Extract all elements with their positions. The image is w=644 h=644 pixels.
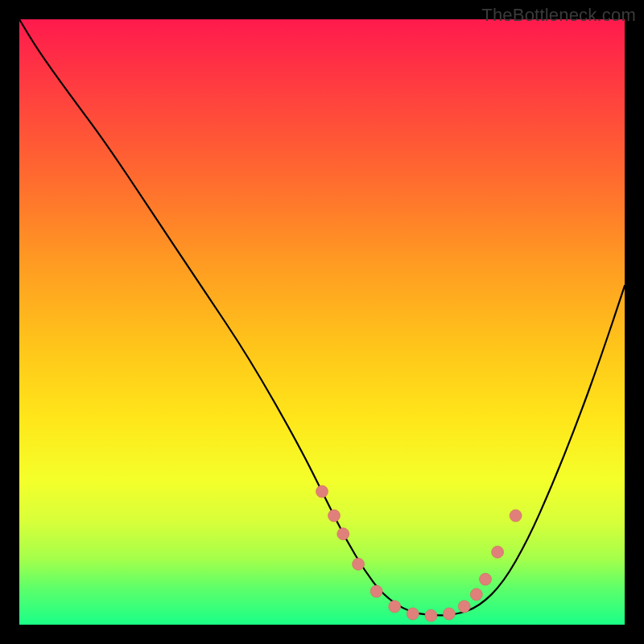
- marker-point: [492, 546, 504, 558]
- marker-point: [328, 510, 341, 522]
- marker-point: [407, 608, 419, 620]
- highlight-markers: [316, 485, 522, 621]
- marker-point: [480, 573, 492, 585]
- marker-point: [337, 528, 349, 540]
- marker-point: [510, 510, 522, 522]
- marker-point: [470, 588, 482, 601]
- marker-point: [370, 585, 382, 597]
- marker-point: [443, 608, 455, 620]
- marker-point: [316, 485, 328, 497]
- marker-point: [389, 601, 401, 613]
- marker-point: [353, 558, 365, 570]
- chart-svg: [19, 19, 625, 625]
- marker-point: [425, 609, 437, 621]
- bottleneck-curve: [19, 19, 625, 615]
- marker-point: [458, 601, 470, 613]
